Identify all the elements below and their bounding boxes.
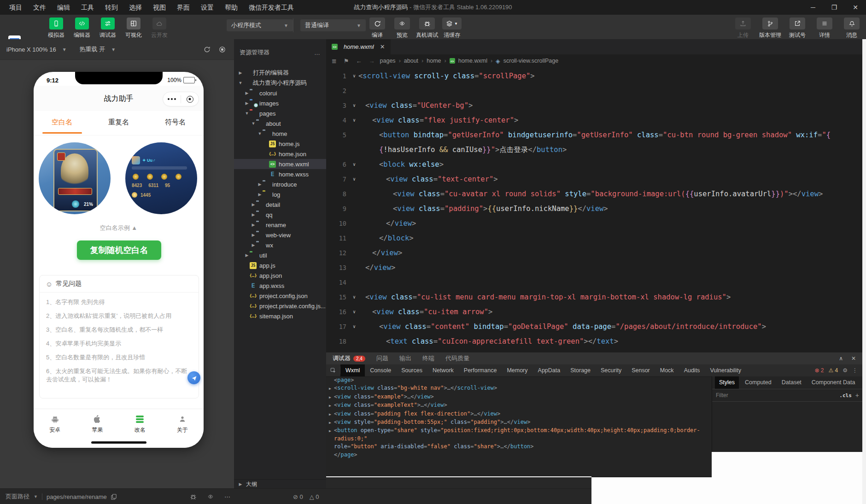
- tree-item-log[interactable]: ▶log: [234, 189, 326, 199]
- toolbar-button-switch[interactable]: 调试器: [98, 18, 118, 39]
- wxml-node[interactable]: <page>: [326, 376, 712, 384]
- tree-item-home.js[interactable]: JShome.js: [234, 139, 326, 149]
- warning-count[interactable]: △ 0: [310, 493, 319, 500]
- menu-2[interactable]: 文件: [28, 0, 52, 15]
- tree-item-wx[interactable]: ▶wx: [234, 240, 326, 250]
- tree-item-util[interactable]: ▶util: [234, 250, 326, 260]
- toolbar-button-external[interactable]: 测试号: [786, 18, 809, 39]
- wxml-node[interactable]: role="button" aria-disabled="false" clas…: [326, 443, 712, 451]
- hot-reload-toggle[interactable]: 热重载 开 ▼: [73, 45, 123, 53]
- outline-list-icon[interactable]: ≣: [330, 58, 339, 64]
- devtools-tab-performance[interactable]: Performance: [459, 364, 502, 376]
- toolbar-button-cloud[interactable]: 云开发: [149, 18, 170, 39]
- simulator-refresh-icon[interactable]: [204, 46, 211, 53]
- wxml-tree-view[interactable]: <page>▶<scroll-view class="bg-white nav"…: [326, 376, 712, 476]
- vconsole-bug-icon[interactable]: [190, 493, 197, 500]
- nav-forward-icon[interactable]: →: [367, 58, 377, 64]
- devtools-tab-audits[interactable]: Audits: [679, 364, 705, 376]
- tree-item-rename[interactable]: ▶rename: [234, 220, 326, 230]
- gear-icon[interactable]: ⚙: [843, 367, 848, 374]
- menu-8[interactable]: 界面: [171, 0, 195, 15]
- styles-tab-componentdata[interactable]: Component Data: [807, 376, 860, 389]
- debugger-tab-2[interactable]: 问题: [376, 354, 388, 363]
- menu-4[interactable]: 工具: [76, 0, 99, 15]
- breadcrumb-home.wxml[interactable]: <>home.wxml: [450, 58, 487, 64]
- close-panel-icon[interactable]: ✕: [851, 355, 856, 362]
- debugger-tab-1[interactable]: 调试器2,4: [333, 354, 365, 363]
- wxml-node[interactable]: ▶<scroll-view class="bg-white nav">…</sc…: [326, 384, 712, 393]
- menu-1[interactable]: 项目: [4, 0, 28, 15]
- tab-home-wxml[interactable]: <> home.wxml ✕: [326, 39, 391, 54]
- devtools-tab-appdata[interactable]: AppData: [533, 364, 566, 376]
- wxml-node[interactable]: </page>: [326, 451, 712, 459]
- tree-item-home.wxss[interactable]: ⴹhome.wxss: [234, 169, 326, 179]
- tree-item-project.config.json[interactable]: {…}project.config.json: [234, 291, 326, 301]
- tree-item-web-view[interactable]: ▶web-view: [234, 230, 326, 240]
- breadcrumb-home[interactable]: home: [427, 58, 441, 64]
- capsule-close-icon[interactable]: [181, 96, 199, 103]
- outline-section[interactable]: ▶ 大纲: [234, 479, 330, 489]
- styles-tab-computed[interactable]: Computed: [741, 376, 776, 389]
- breadcrumb-about[interactable]: about: [404, 58, 418, 64]
- breadcrumb-scroll-view.scrollPage[interactable]: ◈scroll-view.scrollPage: [496, 58, 558, 64]
- wxml-node[interactable]: ▶<view style="padding-bottom:55px;" clas…: [326, 418, 712, 427]
- close-button[interactable]: ✕: [845, 0, 866, 15]
- tree-item-home.wxml[interactable]: <>home.wxml: [234, 159, 326, 169]
- kebab-menu-icon[interactable]: ⋮: [852, 367, 858, 374]
- mini-tab-3[interactable]: 符号名: [147, 111, 204, 135]
- tab-close-icon[interactable]: ✕: [380, 43, 385, 50]
- menu-5[interactable]: 转到: [99, 0, 123, 15]
- tree-item-project.private.config.js...[interactable]: {…}project.private.config.js...: [234, 301, 326, 311]
- menu-10[interactable]: 帮助: [219, 0, 243, 15]
- nav-back-icon[interactable]: ←: [354, 58, 364, 64]
- wxml-node[interactable]: ▶<view class="padding flex flex-directio…: [326, 410, 712, 418]
- devtools-tab-wxml[interactable]: Wxml: [340, 364, 365, 376]
- share-float-button[interactable]: [187, 371, 200, 384]
- tree-item-colorui[interactable]: ▶colorui: [234, 88, 326, 98]
- tree-item-app.js[interactable]: JSapp.js: [234, 260, 326, 270]
- mini-tab-2[interactable]: 重复名: [90, 111, 147, 135]
- maximize-button[interactable]: ❐: [824, 0, 845, 15]
- tree-item-qq[interactable]: ▶qq: [234, 210, 326, 220]
- add-style-icon[interactable]: +: [855, 392, 859, 399]
- code-editor[interactable]: 1∨<scroll-view scroll-y class="scrollPag…: [326, 69, 862, 349]
- menu-6[interactable]: 选择: [123, 0, 147, 15]
- devtools-tab-sensor[interactable]: Sensor: [626, 364, 655, 376]
- tree-item-home[interactable]: ▼home: [234, 129, 326, 139]
- tree-item-about[interactable]: ▼about: [234, 118, 326, 129]
- cls-button[interactable]: .cls: [839, 393, 852, 399]
- copy-path-icon[interactable]: [111, 494, 117, 500]
- collapse-panel-icon[interactable]: ∧: [839, 355, 843, 362]
- more-actions-icon[interactable]: …: [314, 49, 321, 56]
- devtools-tab-console[interactable]: Console: [365, 364, 396, 376]
- tree-item-pages[interactable]: ▼pages: [234, 108, 326, 118]
- debugger-tab-4[interactable]: 终端: [422, 354, 434, 363]
- inspect-element-icon[interactable]: [326, 367, 340, 374]
- tabbar-item-android[interactable]: 安卓: [34, 409, 76, 448]
- devtools-tab-storage[interactable]: Storage: [565, 364, 596, 376]
- tree-item-introduce[interactable]: ▶introduce: [234, 179, 326, 189]
- toolbar-button-grid[interactable]: 可视化: [123, 18, 144, 39]
- debugger-tab-5[interactable]: 代码质量: [445, 354, 469, 363]
- tabbar-item-person[interactable]: 关于: [161, 409, 204, 448]
- devtools-tab-memory[interactable]: Memory: [502, 364, 532, 376]
- tree-item-app.json[interactable]: {…}app.json: [234, 270, 326, 281]
- tree-item-detail[interactable]: ▶detail: [234, 199, 326, 210]
- watch-eye-icon[interactable]: [207, 494, 214, 499]
- toolbar-button-phone[interactable]: 模拟器: [46, 18, 66, 39]
- tree-item-sitemap.json[interactable]: {…}sitemap.json: [234, 311, 326, 321]
- devtools-tab-mock[interactable]: Mock: [655, 364, 679, 376]
- menu-7[interactable]: 视图: [147, 0, 171, 15]
- wxml-node[interactable]: ▶<view class="exampleText">…</view>: [326, 401, 712, 410]
- error-badge[interactable]: ⊗ 2: [814, 367, 824, 374]
- debugger-tab-3[interactable]: 输出: [399, 354, 411, 363]
- toolbar-button-upload[interactable]: 上传: [731, 18, 755, 39]
- simulator-record-icon[interactable]: [219, 46, 226, 53]
- tree-item-images[interactable]: ▶images: [234, 98, 326, 108]
- mini-tab-1[interactable]: 空白名: [34, 111, 90, 135]
- more-dots-icon[interactable]: ⋯: [224, 493, 230, 500]
- error-count[interactable]: ⊘ 0: [293, 493, 303, 500]
- copy-random-name-button[interactable]: 复制随机空白名: [77, 240, 161, 260]
- minimize-button[interactable]: ─: [802, 0, 824, 15]
- devtools-tab-security[interactable]: Security: [596, 364, 626, 376]
